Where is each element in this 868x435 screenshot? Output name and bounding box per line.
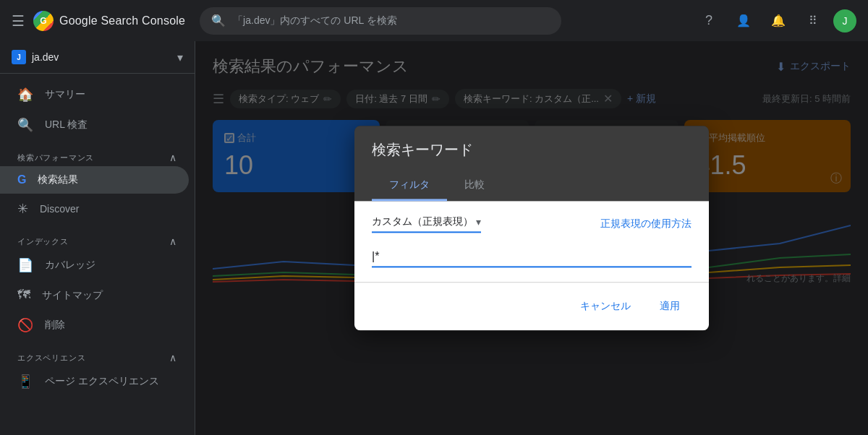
property-selector[interactable]: J ja.dev ▾	[0, 41, 195, 74]
search-bar[interactable]: 🔍 「ja.dev」内のすべての URL を検索	[200, 7, 561, 35]
filter-type-row: カスタム（正規表現） ▾ 正規表現の使用方法	[372, 215, 692, 233]
section-label: エクスペリエンス	[17, 353, 85, 363]
removals-icon: 🚫	[17, 317, 33, 333]
sidebar-item-label: ページ エクスペリエンス	[45, 375, 159, 388]
bell-icon-button[interactable]: 🔔	[764, 7, 793, 35]
app-title: Google Search Console	[59, 14, 185, 27]
sidebar-item-label: Discover	[40, 203, 79, 215]
sidebar-item-label: サイトマップ	[42, 289, 103, 302]
home-icon: 🏠	[17, 87, 33, 103]
main-content: 検索結果のパフォーマンス ⬇ エクスポート ☰ 検索タイプ: ウェブ ✏ 日付:…	[195, 41, 868, 435]
apply-button[interactable]: 適用	[648, 294, 692, 319]
sidebar-item-url-inspection[interactable]: 🔍 URL 検査	[0, 110, 189, 140]
sidebar-item-label: 削除	[45, 319, 65, 332]
modal-footer: キャンセル 適用	[354, 282, 709, 330]
modal-title-bar: 検索キーワード フィルタ 比較	[354, 126, 709, 201]
property-chevron-icon: ▾	[177, 51, 183, 64]
section-chevron-icon[interactable]: ∧	[169, 152, 177, 163]
bell-icon: 🔔	[771, 14, 786, 27]
sidebar-item-sitemaps[interactable]: 🗺 サイトマップ	[0, 280, 189, 310]
tab-compare[interactable]: 比較	[447, 171, 502, 201]
sidebar-item-summary[interactable]: 🏠 サマリー	[0, 79, 189, 110]
filter-input[interactable]	[372, 247, 692, 267]
person-icon-button[interactable]: 👤	[729, 7, 758, 35]
filter-type-select[interactable]: カスタム（正規表現） ▾	[372, 215, 481, 233]
sidebar-item-label: カバレッジ	[45, 259, 95, 272]
tab-filter-label: フィルタ	[389, 178, 430, 190]
regex-help-link[interactable]: 正規表現の使用方法	[600, 218, 692, 231]
google-g-icon: G	[17, 173, 26, 186]
logo-area: G Google Search Console	[33, 11, 185, 31]
filter-input-container	[372, 247, 692, 267]
header-icons: ? 👤 🔔 ⠿ J	[694, 7, 856, 35]
modal-body: カスタム（正規表現） ▾ 正規表現の使用方法	[354, 201, 709, 282]
avatar[interactable]: J	[833, 9, 856, 33]
keyword-filter-modal: 検索キーワード フィルタ 比較 カスタム（正規表現） ▾ 正規表現の使	[354, 126, 709, 330]
discover-icon: ✳	[17, 201, 28, 217]
sidebar-nav: 🏠 サマリー 🔍 URL 検査 検索パフォーマンス ∧ G 検索結果 ✳ Dis…	[0, 74, 195, 402]
sidebar-item-label: 検索結果	[38, 173, 78, 186]
search-icon: 🔍	[211, 14, 226, 27]
tab-compare-label: 比較	[464, 178, 485, 190]
sidebar-item-page-experience[interactable]: 📱 ページ エクスペリエンス	[0, 366, 189, 397]
layout: J ja.dev ▾ 🏠 サマリー 🔍 URL 検査 検索パフォーマンス ∧ G…	[0, 41, 868, 435]
section-index: インデックス ∧	[0, 224, 195, 250]
modal-tabs: フィルタ 比較	[372, 171, 692, 201]
filter-type-chevron-icon: ▾	[476, 216, 481, 228]
help-icon: ?	[705, 13, 712, 28]
tab-filter[interactable]: フィルタ	[372, 171, 447, 201]
sidebar-item-search-results[interactable]: G 検索結果	[0, 166, 189, 194]
section-experience: エクスペリエンス ∧	[0, 340, 195, 366]
section-label: 検索パフォーマンス	[17, 152, 94, 163]
help-icon-button[interactable]: ?	[694, 7, 723, 35]
apps-icon: ⠿	[809, 14, 817, 27]
property-icon: J	[12, 50, 26, 64]
cancel-button[interactable]: キャンセル	[569, 294, 642, 319]
coverage-icon: 📄	[17, 257, 33, 273]
modal-title: 検索キーワード	[372, 140, 692, 160]
google-logo-icon: G	[33, 11, 54, 31]
sidebar: J ja.dev ▾ 🏠 サマリー 🔍 URL 検査 検索パフォーマンス ∧ G…	[0, 41, 195, 435]
sidebar-item-removals[interactable]: 🚫 削除	[0, 310, 189, 340]
section-search-performance: 検索パフォーマンス ∧	[0, 140, 195, 166]
sidebar-item-label: サマリー	[45, 88, 85, 101]
section-label: インデックス	[17, 236, 69, 247]
top-header: ☰ G Google Search Console 🔍 「ja.dev」内のすべ…	[0, 0, 868, 41]
search-icon: 🔍	[17, 117, 33, 133]
section-chevron-icon[interactable]: ∧	[169, 236, 177, 247]
property-name: ja.dev	[32, 51, 171, 63]
person-icon: 👤	[736, 14, 751, 27]
sidebar-item-coverage[interactable]: 📄 カバレッジ	[0, 250, 189, 280]
sidebar-item-discover[interactable]: ✳ Discover	[0, 194, 189, 224]
sidebar-item-label: URL 検査	[45, 119, 88, 132]
section-chevron-icon[interactable]: ∧	[169, 352, 177, 363]
hamburger-icon[interactable]: ☰	[12, 12, 25, 30]
search-placeholder: 「ja.dev」内のすべての URL を検索	[233, 14, 550, 27]
filter-type-label: カスタム（正規表現）	[372, 215, 473, 228]
sitemaps-icon: 🗺	[17, 288, 30, 303]
apps-icon-button[interactable]: ⠿	[799, 7, 827, 35]
page-experience-icon: 📱	[17, 374, 33, 389]
